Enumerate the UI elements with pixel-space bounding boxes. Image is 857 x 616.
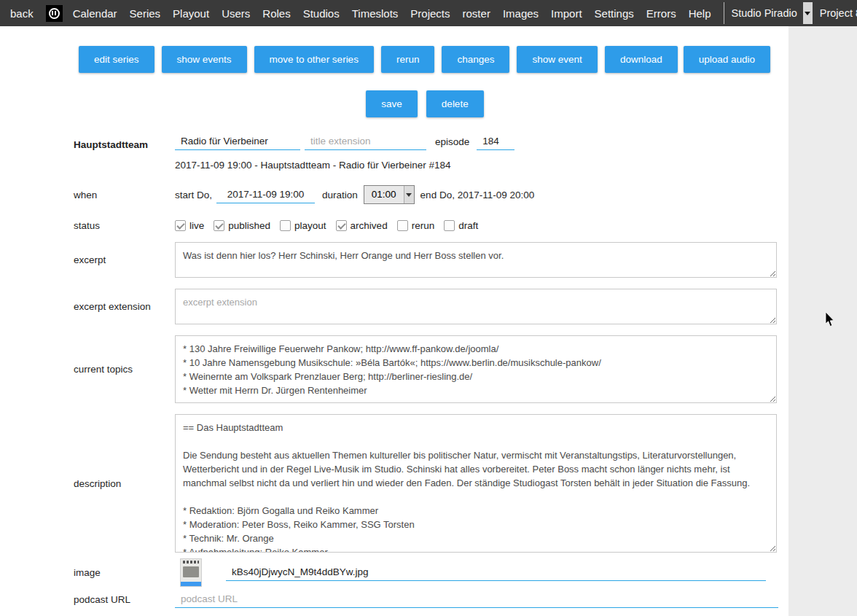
- start-prefix: start Do,: [175, 190, 212, 200]
- event-form: Hauptstadtteam episode 2017-11-09 19:00 …: [0, 133, 788, 616]
- mouse-cursor-icon: [825, 312, 835, 327]
- description-textarea[interactable]: == Das Hauptstadtteam Die Sendung besteh…: [175, 414, 777, 553]
- podcast-url-input[interactable]: [175, 591, 778, 608]
- edit-series-button[interactable]: edit series: [79, 46, 154, 73]
- title-input[interactable]: [175, 133, 300, 150]
- current-topics-textarea[interactable]: * 130 Jahre Freiwillige Feuerwehr Pankow…: [175, 335, 777, 403]
- duration-select[interactable]: 01:00: [364, 185, 415, 204]
- changes-button[interactable]: changes: [442, 46, 509, 73]
- event-summary: 2017-11-09 19:00 - Hauptstadtteam - Radi…: [175, 160, 788, 171]
- episode-label: episode: [435, 136, 469, 147]
- description-label: description: [74, 478, 175, 489]
- status-checkbox-playout[interactable]: playout: [280, 220, 326, 231]
- chevron-down-icon: [404, 186, 414, 203]
- nav-users[interactable]: Users: [222, 7, 250, 20]
- project-select-value: Project 88vier: [820, 7, 857, 19]
- nav-back[interactable]: back: [10, 7, 34, 20]
- nav-playout[interactable]: Playout: [173, 7, 209, 20]
- current-topics-label: current topics: [74, 364, 175, 375]
- nav-studios[interactable]: Studios: [303, 7, 340, 20]
- studio-select[interactable]: Studio Piradio: [724, 2, 813, 24]
- delete-button[interactable]: delete: [426, 90, 484, 117]
- nav-series[interactable]: Series: [130, 7, 161, 20]
- show-events-button[interactable]: show events: [162, 46, 247, 73]
- series-name-label: Hauptstadtteam: [74, 139, 175, 150]
- nav-timeslots[interactable]: Timeslots: [352, 7, 399, 20]
- podcast-url-row: podcast URL: [74, 591, 788, 608]
- content-area: edit series show events move to other se…: [0, 26, 788, 616]
- chevron-down-icon: [803, 2, 813, 24]
- excerpt-extension-label: excerpt extension: [74, 301, 175, 312]
- checkbox-label: rerun: [412, 220, 435, 231]
- project-select[interactable]: Project 88vier: [818, 2, 857, 24]
- download-button[interactable]: download: [605, 46, 678, 73]
- when-row: when start Do, duration 01:00 end Do, 20…: [74, 185, 788, 204]
- checkbox-icon: [397, 220, 408, 231]
- checkbox-label: draft: [458, 220, 478, 231]
- checkbox-icon: [444, 220, 455, 231]
- checkbox-label: live: [189, 220, 204, 231]
- save-button[interactable]: save: [366, 90, 418, 117]
- current-topics-row: current topics * 130 Jahre Freiwillige F…: [74, 335, 788, 403]
- rerun-button[interactable]: rerun: [381, 46, 435, 73]
- top-nav: back Calendar Series Playout Users Roles…: [0, 0, 857, 26]
- status-label: status: [74, 220, 175, 231]
- excerpt-extension-row: excerpt extension: [74, 289, 788, 324]
- toolbar-row-2: save delete: [31, 90, 788, 117]
- nav-projects[interactable]: Projects: [410, 7, 450, 20]
- status-checkbox-live[interactable]: live: [175, 220, 204, 231]
- image-row: image: [74, 559, 788, 586]
- nav-import[interactable]: Import: [551, 7, 582, 20]
- checkbox-label: playout: [294, 220, 326, 231]
- excerpt-label: excerpt: [74, 254, 175, 265]
- title-extension-input[interactable]: [305, 133, 426, 150]
- toolbar-row-1: edit series show events move to other se…: [0, 26, 788, 73]
- checkbox-label: archived: [351, 220, 388, 231]
- excerpt-row: excerpt Was ist denn hier los? Herr Schi…: [74, 242, 788, 278]
- checkbox-icon: [214, 220, 224, 231]
- status-checkbox-draft[interactable]: draft: [444, 220, 478, 231]
- piradio-logo-icon[interactable]: [46, 5, 63, 22]
- status-checkbox-rerun[interactable]: rerun: [397, 220, 435, 231]
- checkbox-icon: [336, 220, 347, 231]
- title-row: Hauptstadtteam episode: [74, 133, 788, 150]
- description-row: description == Das Hauptstadtteam Die Se…: [74, 414, 788, 553]
- nav-images[interactable]: Images: [503, 7, 539, 20]
- excerpt-textarea[interactable]: Was ist denn hier los? Herr Schinski, He…: [175, 242, 777, 278]
- image-label: image: [74, 567, 175, 578]
- status-checkbox-published[interactable]: published: [214, 220, 270, 231]
- image-filename-input[interactable]: [226, 564, 766, 581]
- show-event-button[interactable]: show event: [517, 46, 597, 73]
- checkbox-icon: [280, 220, 291, 231]
- status-row: status live published playout archived r…: [74, 220, 788, 231]
- excerpt-extension-textarea[interactable]: [175, 289, 777, 324]
- checkbox-icon: [175, 220, 186, 231]
- duration-label: duration: [322, 190, 358, 200]
- duration-select-value: 01:00: [364, 186, 404, 203]
- move-to-other-series-button[interactable]: move to other series: [254, 46, 374, 73]
- image-thumbnail[interactable]: [181, 559, 201, 586]
- nav-settings[interactable]: Settings: [595, 7, 634, 20]
- nav-errors[interactable]: Errors: [646, 7, 676, 20]
- status-checkbox-archived[interactable]: archived: [336, 220, 388, 231]
- nav-roles[interactable]: Roles: [262, 7, 290, 20]
- episode-input[interactable]: [477, 133, 514, 150]
- start-datetime-input[interactable]: [216, 187, 315, 203]
- when-label: when: [74, 190, 175, 200]
- end-datetime-text: end Do, 2017-11-09 20:00: [420, 190, 535, 200]
- upload-audio-button[interactable]: upload audio: [684, 46, 770, 73]
- nav-help[interactable]: Help: [689, 7, 711, 20]
- checkbox-label: published: [228, 220, 270, 231]
- podcast-url-label: podcast URL: [74, 594, 175, 605]
- studio-select-value: Studio Piradio: [732, 7, 797, 19]
- nav-roster[interactable]: roster: [463, 7, 490, 20]
- nav-calendar[interactable]: Calendar: [73, 7, 117, 20]
